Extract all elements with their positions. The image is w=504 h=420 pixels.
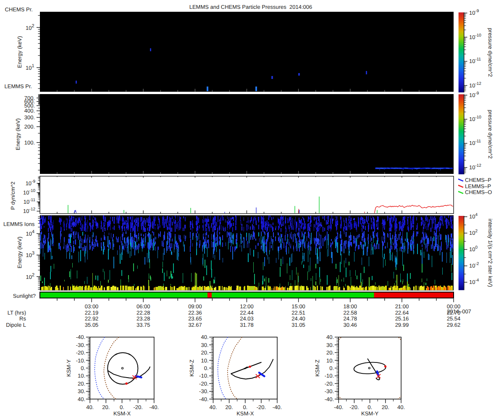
svg-text:35.05: 35.05	[85, 322, 99, 328]
svg-text:20.: 20.	[78, 381, 85, 387]
svg-text:300.: 300.	[24, 114, 35, 121]
svg-text:-20.: -20.	[325, 381, 334, 387]
svg-text:KSM-Y: KSM-Y	[66, 359, 72, 377]
svg-text:-40.: -40.	[150, 404, 159, 410]
svg-text:21:00: 21:00	[395, 303, 409, 310]
svg-text:-30.: -30.	[199, 388, 208, 394]
svg-text:29.62: 29.62	[447, 322, 461, 328]
svg-text:Energy (keV): Energy (keV)	[15, 118, 21, 150]
svg-text:22.58: 22.58	[344, 310, 357, 316]
svg-text:-20.: -20.	[199, 381, 208, 387]
svg-text:pressure dyne/cm^2: pressure dyne/cm^2	[487, 28, 494, 77]
svg-text:-40.: -40.	[273, 404, 282, 410]
svg-text:pressure dyne/cm^2: pressure dyne/cm^2	[487, 110, 494, 159]
svg-text:KSM-Z: KSM-Z	[314, 360, 320, 377]
svg-text:40.: 40.	[86, 404, 94, 410]
svg-text:22.19: 22.19	[85, 310, 99, 316]
svg-text:LEMMS Ions: LEMMS Ions	[3, 221, 35, 227]
svg-text:10.: 10.	[326, 357, 334, 364]
svg-text:-40.: -40.	[199, 396, 208, 402]
svg-text:33.75: 33.75	[136, 322, 150, 328]
svg-text:-20.: -20.	[76, 349, 85, 356]
svg-text:40.: 40.	[201, 334, 208, 340]
svg-text:24.78: 24.78	[344, 315, 357, 322]
svg-text:12:00: 12:00	[240, 303, 254, 310]
svg-text:-20.: -20.	[349, 404, 359, 410]
svg-text:Energy (keV): Energy (keV)	[16, 36, 23, 68]
svg-text:25.54: 25.54	[447, 315, 461, 322]
svg-text:-40.: -40.	[325, 396, 334, 402]
svg-text:0.: 0.	[81, 365, 85, 371]
svg-text:200.: 200.	[24, 123, 35, 130]
svg-text:KSM-Y: KSM-Y	[361, 410, 379, 417]
svg-text:06:00: 06:00	[136, 303, 150, 310]
svg-text:40.: 40.	[78, 396, 85, 402]
svg-text:03:00: 03:00	[85, 303, 99, 310]
svg-text:23.28: 23.28	[136, 315, 150, 322]
svg-text:32.67: 32.67	[188, 322, 202, 328]
svg-text:400.: 400.	[24, 108, 35, 114]
svg-text:KSM-X: KSM-X	[113, 410, 131, 417]
svg-text:24.40: 24.40	[291, 315, 305, 322]
svg-text:-30.: -30.	[325, 388, 334, 394]
svg-text:Energy (keV): Energy (keV)	[16, 236, 23, 268]
svg-text:-30.: -30.	[76, 342, 85, 348]
svg-text:LT (hrs): LT (hrs)	[8, 310, 26, 316]
svg-text:LEMMS and CHEMS Particle Press: LEMMS and CHEMS Particle Pressures 2014:…	[189, 4, 312, 10]
svg-text:20.: 20.	[102, 404, 110, 410]
svg-text:CHEMS Pr.: CHEMS Pr.	[5, 6, 33, 13]
svg-text:-10.: -10.	[76, 357, 85, 364]
svg-text:Sunlight?: Sunlight?	[13, 293, 36, 299]
svg-text:20.: 20.	[201, 349, 208, 356]
svg-text:10.: 10.	[78, 373, 85, 379]
svg-text:CHEMS–O: CHEMS–O	[465, 189, 492, 195]
svg-text:22.64: 22.64	[395, 310, 409, 316]
svg-text:LEMMS–P: LEMMS–P	[465, 183, 491, 189]
svg-text:10.: 10.	[201, 357, 208, 364]
svg-text:30.: 30.	[78, 388, 85, 394]
svg-text:2014–007: 2014–007	[447, 308, 471, 315]
svg-text:40.: 40.	[397, 404, 405, 410]
svg-text:31.05: 31.05	[291, 322, 305, 328]
svg-text:31.78: 31.78	[240, 322, 254, 328]
svg-text:-40.: -40.	[76, 334, 85, 340]
svg-text:20.: 20.	[382, 404, 389, 410]
svg-text:23.65: 23.65	[188, 315, 202, 322]
svg-text:40.: 40.	[326, 334, 334, 340]
svg-text:0.: 0.	[120, 404, 124, 410]
svg-text:-40.: -40.	[334, 404, 343, 410]
svg-text:0.: 0.	[329, 365, 334, 371]
svg-text:22.51: 22.51	[291, 310, 305, 316]
svg-text:intensity 1/(s cm^2 ster keV): intensity 1/(s cm^2 ster keV)	[487, 219, 494, 287]
svg-text:22.28: 22.28	[136, 310, 150, 316]
svg-text:0.: 0.	[368, 404, 372, 410]
svg-text:30.46: 30.46	[344, 322, 357, 328]
svg-text:KSM-Z: KSM-Z	[189, 360, 195, 377]
svg-text:24.03: 24.03	[240, 315, 254, 322]
svg-text:-20.: -20.	[257, 404, 266, 410]
svg-text:29.99: 29.99	[395, 322, 409, 328]
svg-text:KSM-X: KSM-X	[236, 410, 254, 417]
svg-text:30.: 30.	[326, 342, 334, 348]
svg-text:P dyn/cm^2: P dyn/cm^2	[10, 181, 16, 210]
svg-text:Dipole L: Dipole L	[6, 322, 26, 328]
svg-text:22.36: 22.36	[188, 310, 202, 316]
svg-text:15:00: 15:00	[291, 303, 305, 310]
svg-text:-10.: -10.	[325, 373, 334, 379]
svg-text:40.: 40.	[209, 404, 217, 410]
svg-text:0.: 0.	[243, 404, 247, 410]
svg-text:25.16: 25.16	[395, 315, 409, 322]
svg-text:LEMMS Pr.: LEMMS Pr.	[5, 83, 32, 89]
svg-text:18:00: 18:00	[344, 303, 357, 310]
svg-text:22.44: 22.44	[240, 310, 254, 316]
svg-text:-20.: -20.	[133, 404, 142, 410]
svg-text:20.: 20.	[326, 349, 334, 356]
svg-text:CHEMS–P: CHEMS–P	[465, 177, 491, 183]
svg-text:20.: 20.	[226, 404, 233, 410]
svg-text:22.92: 22.92	[85, 315, 99, 322]
svg-text:Rs: Rs	[19, 315, 26, 322]
svg-text:30.: 30.	[201, 342, 208, 348]
svg-text:09:00: 09:00	[188, 303, 202, 310]
svg-text:100.: 100.	[24, 139, 35, 146]
svg-text:0.: 0.	[204, 365, 209, 371]
